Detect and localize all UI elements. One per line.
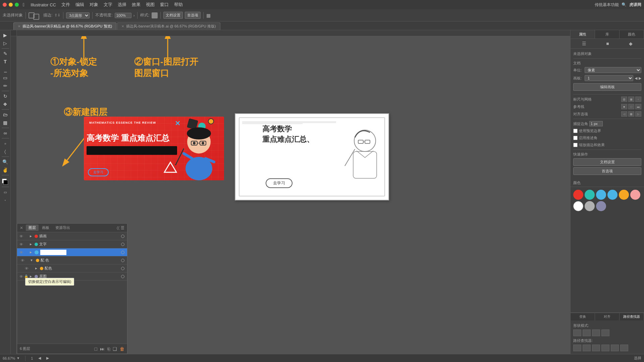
align-left-icon[interactable]: ◁ (621, 111, 627, 117)
layers-close[interactable]: ✕ (20, 226, 23, 230)
lp-tab-layers[interactable]: 图层 (26, 225, 39, 231)
shape-minus[interactable] (583, 329, 591, 336)
layer-duplicate-btn[interactable]: ❑ (113, 346, 117, 352)
gradient-tool[interactable]: ▩ (1, 119, 10, 126)
layer-name-input[interactable] (40, 249, 67, 255)
pf-minus-back[interactable] (620, 345, 628, 351)
lp-tab-export[interactable]: 资源导出 (53, 225, 73, 231)
shape-intersect[interactable] (592, 329, 600, 336)
color-fill[interactable] (1, 178, 9, 185)
align-right-icon[interactable]: ▷ (635, 111, 641, 117)
rp-distort-checkbox[interactable] (573, 143, 578, 147)
swatch-pink[interactable] (630, 190, 640, 200)
rp-canvas-next[interactable]: ▶ (639, 76, 641, 80)
rect-tool[interactable]: ▭ (1, 74, 10, 81)
layer-visibility-1[interactable]: 👁 (18, 242, 24, 246)
lp-tab-artboards[interactable]: 画板 (39, 225, 52, 231)
menu-file[interactable]: 文件 (61, 2, 70, 8)
layer-visibility-5[interactable]: 👁 (18, 275, 24, 279)
layer-visibility-3[interactable]: 👁 (20, 258, 25, 262)
menu-effect[interactable]: 效果 (132, 2, 141, 8)
layers-menu[interactable]: ☰ (121, 226, 124, 230)
layer-expand-0[interactable]: ► (29, 234, 33, 238)
menu-object[interactable]: 对象 (90, 2, 98, 8)
zoom-down[interactable]: ▼ (16, 356, 20, 360)
shape-exclude[interactable] (601, 329, 609, 336)
pf-merge[interactable] (592, 345, 600, 351)
layer-row-peise-parent[interactable]: 👁 ▼ 配 色 (17, 256, 127, 264)
minimize-button[interactable] (9, 3, 13, 7)
rp-prefs-btn[interactable]: 首选项 (573, 167, 641, 175)
rp-canvas-prev[interactable]: ◀ (635, 76, 637, 80)
points-select[interactable]: 3点圆形 (66, 12, 90, 18)
rp-doc-settings-btn[interactable]: 文档设置 (573, 158, 641, 166)
layer-row-editing[interactable]: 👁 ► (17, 248, 127, 256)
layer-row-peise-child[interactable]: 👁 ► 配色 (17, 264, 127, 273)
screen-mode[interactable]: ▫ (1, 196, 10, 204)
search-icon[interactable]: 🔍 (622, 2, 627, 7)
guides-icon2[interactable]: □ (628, 104, 634, 109)
maximize-button[interactable] (15, 3, 19, 7)
workspace-label[interactable]: 传统基本功能 (595, 2, 619, 8)
pf-outline[interactable] (611, 345, 619, 351)
selection-tool[interactable]: ▶ (1, 32, 10, 39)
menu-select[interactable]: 选择 (118, 2, 126, 8)
rp-tab-pathfinder[interactable]: 路径查找器 (620, 313, 644, 320)
pf-trim[interactable] (583, 345, 591, 351)
rulers-icon[interactable]: ▧ (621, 97, 627, 102)
layer-add-btn[interactable]: □ (95, 346, 97, 352)
brush-tool[interactable]: ✏ (1, 82, 10, 89)
swatch-skyblue[interactable] (596, 190, 606, 200)
rp-color-icon[interactable]: ◆ (629, 41, 633, 46)
swatch-blue2[interactable] (607, 190, 618, 200)
rp-tab-align[interactable]: 对齐 (595, 313, 620, 320)
rp-tab-library[interactable]: 库 (595, 30, 620, 39)
stroke-arrows[interactable]: ⇧⇩ (54, 13, 60, 17)
normal-mode[interactable]: ▭ (1, 188, 10, 196)
tab-2[interactable]: ✕ 插边风-banner演示稿本.ai @ 66.67% (RGB/GPU 推版… (117, 22, 220, 30)
guides-icon1[interactable]: ■ (621, 104, 627, 109)
rp-unit-select[interactable]: 像素 (585, 67, 641, 73)
pf-crop[interactable] (601, 345, 609, 351)
menu-illustrator[interactable]: Illustrator CC (31, 2, 56, 7)
rp-edit-canvas-btn[interactable]: 编辑画板 (573, 83, 641, 91)
layer-expand-1[interactable]: ► (29, 242, 33, 246)
layers-collapse[interactable]: 〈〈 (117, 226, 119, 230)
layer-visibility-0[interactable]: 👁 (18, 234, 24, 238)
slice-tool[interactable]: 〈 (1, 148, 10, 155)
arrange-icon[interactable]: ▦ (206, 13, 211, 18)
blend-tool[interactable]: ∞ (1, 129, 10, 137)
tab2-close[interactable]: ✕ (121, 24, 124, 28)
tab1-close[interactable]: ✕ (18, 24, 20, 28)
hand-tool[interactable]: ✌ (1, 166, 10, 174)
menu-edit[interactable]: 编辑 (75, 2, 84, 8)
doc-settings-btn[interactable]: 文档设置 (163, 12, 183, 19)
rp-snap-checkbox[interactable] (573, 129, 578, 133)
rp-library-icon[interactable]: ■ (606, 41, 609, 46)
swatch-orange[interactable] (619, 190, 629, 200)
shape-unite[interactable] (573, 329, 581, 336)
artboard-nav-left[interactable]: ◀ (38, 356, 41, 360)
type-tool[interactable]: T (1, 58, 10, 65)
guides-icon3[interactable]: ▬ (635, 104, 641, 109)
direct-select-tool[interactable]: ▷ (1, 40, 10, 47)
stroke-swatch[interactable] (33, 14, 39, 20)
rp-tab-color[interactable]: 颜色 (620, 30, 644, 39)
rp-tab-transform[interactable]: 变换 (571, 313, 595, 320)
rp-canvas-select[interactable]: 1 (585, 75, 633, 81)
eyedropper-tool[interactable]: 🗁 (1, 111, 10, 118)
layer-row-chua[interactable]: 👁 ► 插画 (17, 232, 127, 240)
menu-help[interactable]: 帮助 (174, 2, 183, 8)
artboard-tool[interactable]: ▫ (1, 140, 10, 147)
pf-divide[interactable] (573, 345, 581, 351)
pen-tool[interactable]: ✎ (1, 50, 10, 57)
artboard-nav-right[interactable]: ▶ (46, 356, 49, 360)
grid-icon[interactable]: ▦ (628, 97, 634, 102)
swatch-white[interactable] (573, 201, 583, 211)
scale-tool[interactable]: ❖ (1, 101, 10, 108)
rp-tab-properties[interactable]: 属性 (571, 30, 595, 39)
tab-1[interactable]: ✕ 插边风-banner演示精品.ai @ 66.67% (RGB/GPU 预览… (13, 22, 116, 30)
layer-visibility-4[interactable]: 👁 (24, 266, 29, 270)
layer-move-btn[interactable]: ⏭ (100, 346, 105, 352)
swatch-red[interactable] (573, 190, 583, 200)
